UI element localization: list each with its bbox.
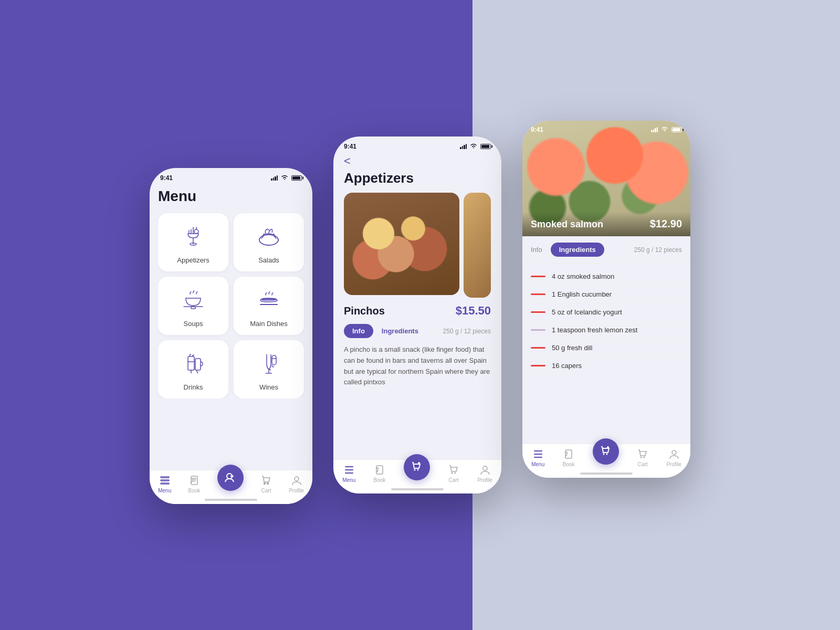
- nav-menu-2[interactable]: Menu: [342, 464, 355, 483]
- battery-2: [480, 144, 491, 149]
- ingredient-line: [531, 347, 545, 349]
- soups-label: Soups: [184, 320, 203, 328]
- cart-nav-icon-3: [637, 448, 648, 460]
- ingredient-item: 5 oz of Icelandic yogurt: [531, 303, 682, 321]
- profile-nav-icon-2: [479, 464, 491, 476]
- detail-title-2: Appetizers: [333, 168, 501, 193]
- svg-rect-20: [272, 355, 276, 365]
- menu-card-appetizers[interactable]: Appetizers: [158, 213, 228, 271]
- menu-nav-icon-1: [159, 475, 171, 486]
- book-nav-icon-2: [374, 464, 385, 476]
- nav-cart-3[interactable]: Cart: [637, 448, 648, 467]
- svg-point-4: [194, 229, 198, 234]
- status-icons-1: [271, 175, 302, 181]
- menu-card-drinks[interactable]: Drinks: [158, 340, 228, 398]
- svg-rect-9: [191, 307, 195, 309]
- menu-card-salads[interactable]: Salads: [234, 213, 304, 271]
- phone-appetizers: 9:41 < Appetizers: [333, 136, 501, 494]
- nav-book-3[interactable]: Book: [563, 448, 575, 467]
- nav-menu-label-2: Menu: [342, 477, 355, 483]
- ingredient-item: 4 oz smoked salmon: [531, 268, 682, 286]
- home-indicator-2: [391, 488, 444, 490]
- food-name-2: Pinchos: [344, 305, 385, 317]
- detail-tab-amount-3: 250 g / 12 pieces: [634, 246, 682, 254]
- svg-rect-23: [161, 480, 169, 481]
- hero-image-3: 9:41: [522, 121, 690, 236]
- back-button-2[interactable]: <: [333, 152, 501, 168]
- nav-profile-label-3: Profile: [666, 461, 681, 467]
- svg-rect-24: [161, 483, 169, 484]
- food-name-row-2: Pinchos $15.50: [333, 298, 501, 324]
- menu-card-wines[interactable]: Wines: [234, 340, 304, 398]
- ingredient-name: 16 capers: [552, 362, 582, 370]
- svg-rect-48: [534, 457, 542, 458]
- drinks-label: Drinks: [184, 383, 203, 391]
- status-time-2: 9:41: [344, 143, 356, 150]
- hero-overlay-3: Smoked salmon $12.90: [522, 212, 690, 236]
- food-price-2: $15.50: [456, 304, 491, 318]
- svg-point-44: [455, 472, 456, 474]
- svg-point-40: [417, 469, 418, 470]
- cart-nav-icon-1: [260, 475, 272, 486]
- menu-nav-icon-3: [532, 448, 544, 460]
- ingredient-line: [531, 329, 545, 331]
- hero-wifi-icon: [661, 127, 668, 133]
- menu-card-main[interactable]: Main Dishes: [234, 277, 304, 335]
- tab-ingredients-inactive-2[interactable]: Ingredients: [380, 324, 421, 338]
- ingredients-list-3: 4 oz smoked salmon1 English cucumber5 oz…: [522, 264, 690, 379]
- hero-signal-bars: [651, 127, 658, 132]
- ingredient-item: 1 teaspoon fresh lemon zest: [531, 321, 682, 339]
- ingredient-item: 16 capers: [531, 357, 682, 374]
- appetizers-icon: [180, 224, 206, 250]
- svg-point-51: [606, 453, 607, 455]
- ingredient-name: 4 oz smoked salmon: [552, 272, 614, 280]
- signal-bars-1: [271, 175, 278, 181]
- ingredient-name: 5 oz of Icelandic yogurt: [552, 308, 622, 316]
- tab-info-active-2[interactable]: Info: [344, 324, 373, 338]
- salads-label: Salads: [258, 256, 279, 264]
- svg-point-54: [640, 457, 642, 458]
- svg-rect-49: [565, 450, 572, 458]
- home-indicator-1: [205, 499, 257, 501]
- nav-book-2[interactable]: Book: [374, 464, 386, 483]
- svg-point-34: [295, 477, 299, 481]
- ingredient-name: 1 teaspoon fresh lemon zest: [552, 326, 637, 334]
- hero-status-bar-3: 9:41: [522, 121, 690, 135]
- menu-nav-icon-2: [343, 464, 355, 476]
- ingredient-name: 1 English cucumber: [552, 290, 612, 298]
- salads-icon: [256, 224, 282, 250]
- nav-fab-3[interactable]: [593, 438, 619, 465]
- food-image-main: [344, 193, 459, 295]
- nav-fab-2[interactable]: [404, 454, 430, 480]
- home-indicator-3: [580, 472, 633, 475]
- nav-profile-2[interactable]: Profile: [477, 464, 492, 483]
- nav-book-1[interactable]: Book: [188, 475, 201, 494]
- ingredient-line: [531, 276, 545, 277]
- status-bar-1: 9:41: [150, 168, 312, 184]
- nav-menu-3[interactable]: Menu: [531, 448, 544, 467]
- nav-menu-1[interactable]: Menu: [158, 475, 171, 494]
- scene: 9:41 Menu: [0, 0, 840, 630]
- nav-profile-3[interactable]: Profile: [666, 448, 681, 467]
- menu-grid: Appetizers: [158, 213, 304, 398]
- hero-status-time-3: 9:41: [531, 126, 543, 133]
- nav-profile-1[interactable]: Profile: [289, 475, 303, 494]
- detail-tab-ingredients-3[interactable]: Ingredients: [551, 243, 604, 257]
- hero-battery: [671, 127, 682, 132]
- svg-rect-35: [345, 466, 353, 467]
- hero-food-price-3: $12.90: [650, 218, 682, 230]
- svg-point-55: [644, 457, 645, 458]
- ingredient-line: [531, 311, 545, 313]
- food-description-2: A pincho is a small snack (like finger f…: [333, 344, 501, 388]
- svg-rect-47: [534, 454, 542, 455]
- svg-point-39: [414, 469, 415, 470]
- nav-cart-1[interactable]: Cart: [260, 475, 272, 494]
- nav-cart-2[interactable]: Cart: [448, 464, 459, 483]
- detail-tab-info-3[interactable]: Info: [531, 246, 542, 254]
- svg-rect-46: [534, 450, 542, 452]
- menu-card-soups[interactable]: Soups: [158, 277, 228, 335]
- ingredient-item: 1 English cucumber: [531, 286, 682, 303]
- drinks-icon: [180, 351, 206, 377]
- ingredient-item: 50 g fresh dill: [531, 339, 682, 357]
- nav-fab-1[interactable]: [217, 465, 244, 491]
